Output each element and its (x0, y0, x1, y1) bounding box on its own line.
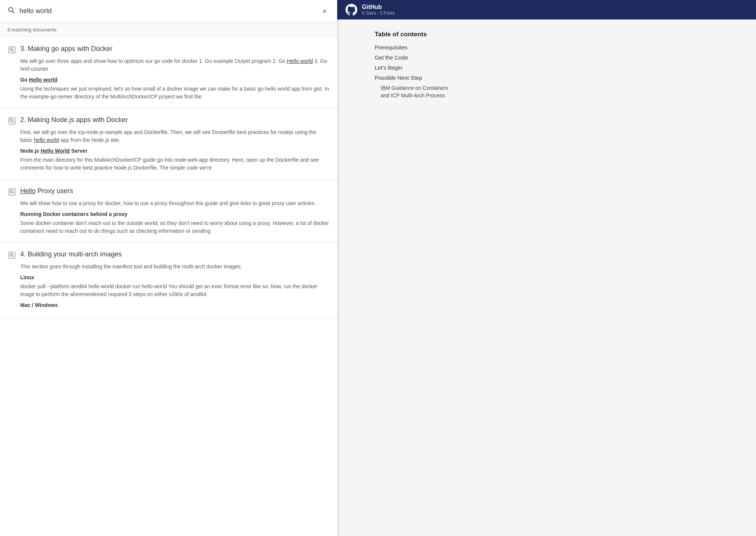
result-subheading: Go Hello world (20, 77, 330, 83)
result-subheading-2: Mac / Windows (20, 302, 330, 308)
svg-line-1 (12, 11, 15, 13)
result-item[interactable]: 2. Making Node.js apps with Docker First… (0, 109, 337, 180)
search-icon (7, 6, 15, 16)
toc-item-next-step[interactable]: Possible Next Step (375, 74, 741, 81)
right-sidebar: Table of contents Prerequisites Get the … (360, 19, 756, 536)
search-header: × (0, 0, 337, 22)
result-search-icon (7, 188, 16, 197)
github-icon (345, 3, 358, 16)
result-title: Hello Proxy users (20, 187, 73, 195)
result-title-row: 4. Building your multi-arch images (7, 250, 330, 260)
toc-item-lets-begin[interactable]: Let's Begin (375, 64, 741, 71)
result-title: 3. Making go apps with Docker (20, 45, 112, 53)
search-panel: × 6 matching documents 3. Making go apps… (0, 0, 337, 536)
github-stats: 0 Stars · 0 Forks (362, 10, 395, 16)
result-excerpt: We will go over three apps and show how … (20, 57, 330, 73)
main-layout: GitHub 0 Stars · 0 Forks × 6 matching do… (0, 0, 756, 536)
result-search-icon (7, 251, 16, 260)
result-title: 2. Making Node.js apps with Docker (20, 116, 128, 124)
toc-item-prerequisites[interactable]: Prerequisites (375, 44, 741, 51)
result-item[interactable]: 4. Building your multi-arch images This … (0, 243, 337, 318)
toc-title: Table of contents (375, 31, 741, 38)
toc-subitem-ibm[interactable]: IBM Guidance on Containersand ICP Multi-… (381, 85, 741, 99)
search-input[interactable] (19, 7, 319, 15)
result-excerpt: We will show how to use a proxy for dock… (20, 200, 330, 207)
result-subheading: Linux (20, 274, 330, 280)
result-subexcerpt: Some docker container don't reach out to… (20, 219, 330, 235)
result-subheading: Node.js Hello World Server (20, 148, 330, 154)
toc-item-get-code[interactable]: Get the Code (375, 54, 741, 61)
top-nav: GitHub 0 Stars · 0 Forks (337, 0, 756, 19)
github-info: GitHub 0 Stars · 0 Forks (362, 4, 395, 16)
search-results-list: 3. Making go apps with Docker We will go… (0, 37, 337, 536)
result-subheading: Running Docker containers behind a proxy (20, 211, 330, 217)
close-button[interactable]: × (319, 6, 330, 16)
svg-point-0 (9, 7, 13, 12)
result-title: 4. Building your multi-arch images (20, 250, 122, 258)
result-title-row: 3. Making go apps with Docker (7, 45, 330, 54)
search-results-count: 6 matching documents (0, 22, 337, 37)
result-excerpt: This section goes through installing the… (20, 263, 330, 271)
result-item[interactable]: Hello Proxy users We will show how to us… (0, 180, 337, 243)
result-search-icon (7, 116, 16, 125)
result-title-row: Hello Proxy users (7, 187, 330, 197)
result-search-icon (7, 45, 16, 54)
result-excerpt: First, we will go over the icp-node-js-s… (20, 128, 330, 144)
result-item[interactable]: 3. Making go apps with Docker We will go… (0, 37, 337, 109)
github-name: GitHub (362, 4, 395, 10)
result-subexcerpt: Using the techniques we just employed, l… (20, 85, 330, 101)
result-subexcerpt: From the main directory for this MultiAr… (20, 156, 330, 172)
result-title-row: 2. Making Node.js apps with Docker (7, 116, 330, 125)
result-subexcerpt: docker pull --platform amd64 hello-world… (20, 283, 330, 298)
